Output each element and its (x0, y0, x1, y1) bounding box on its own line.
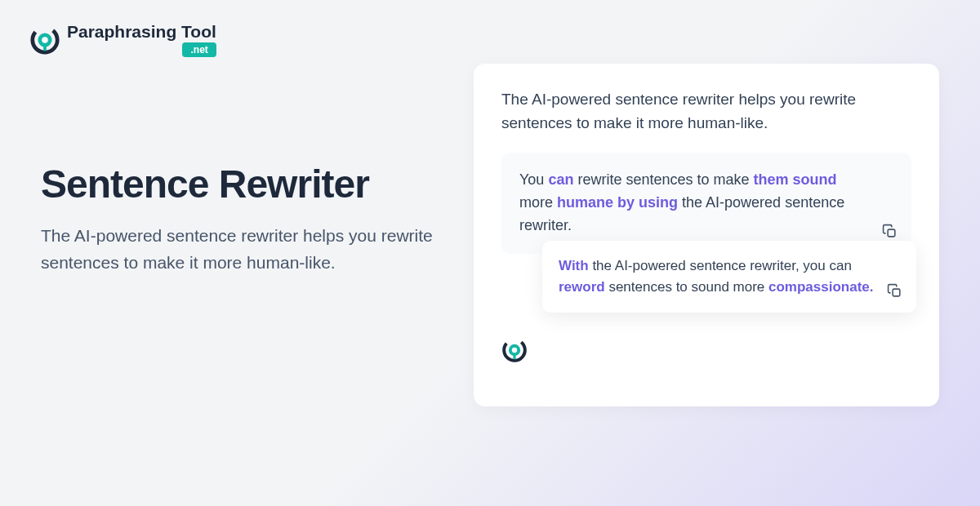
page-title: Sentence Rewriter (41, 162, 441, 206)
rewrite-result-2-text: With the AI-powered sentence rewriter, y… (559, 258, 874, 295)
svg-rect-9 (513, 354, 515, 359)
copy-icon (882, 224, 898, 239)
svg-rect-5 (893, 289, 900, 296)
copy-icon (887, 283, 902, 299)
copy-button-1[interactable] (879, 221, 900, 242)
hero-section: Sentence Rewriter The AI-powered sentenc… (41, 145, 441, 276)
rewrite-result-1-text: You can rewrite sentences to make them s… (519, 171, 844, 233)
brand-text-wrapper: Paraphrasing Tool .net (67, 23, 216, 57)
svg-rect-4 (888, 229, 895, 237)
card-brand-icon (501, 337, 528, 363)
main-content: Sentence Rewriter The AI-powered sentenc… (0, 145, 980, 406)
page-description: The AI-powered sentence rewriter helps y… (41, 223, 441, 276)
brand-logo[interactable]: Paraphrasing Tool .net (29, 23, 951, 57)
demo-column: The AI-powered sentence rewriter helps y… (474, 145, 939, 406)
copy-button-2[interactable] (884, 280, 905, 301)
demo-input-text: The AI-powered sentence rewriter helps y… (501, 88, 911, 135)
svg-point-8 (512, 348, 517, 353)
demo-card: The AI-powered sentence rewriter helps y… (474, 64, 939, 406)
svg-point-2 (42, 37, 48, 43)
rewrite-result-1: You can rewrite sentences to make them s… (501, 153, 911, 254)
brand-name: Paraphrasing Tool (67, 23, 216, 40)
rewrite-result-2: With the AI-powered sentence rewriter, y… (542, 241, 916, 313)
brand-logo-icon (29, 24, 60, 55)
svg-rect-3 (43, 45, 47, 51)
brand-badge: .net (182, 42, 216, 57)
